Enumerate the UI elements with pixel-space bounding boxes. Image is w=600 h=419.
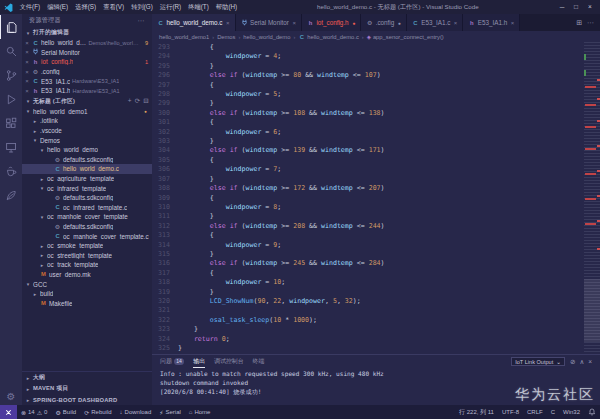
modified-dot-icon[interactable]: ●	[398, 20, 401, 26]
tree-item[interactable]: ▸oc_track_template	[22, 260, 152, 270]
tree-item[interactable]: ▾hello_world_demo	[22, 145, 152, 155]
menu-item[interactable]: 选择(S)	[72, 0, 100, 14]
tree-item[interactable]: ▸.iotlink	[22, 116, 152, 126]
tree-item[interactable]: Coc_manhole_cover_template.c	[22, 231, 152, 241]
close-icon[interactable]: ×	[24, 88, 30, 94]
editor-tab[interactable]: hiot_config.h●	[302, 14, 361, 31]
workspace-header[interactable]: ▾ 无标题 (工作区) +⟳⊟	[22, 96, 152, 107]
breadcrumb-item[interactable]: hello_world_demo	[243, 34, 290, 40]
menu-item[interactable]: 文件(F)	[16, 0, 44, 14]
close-icon[interactable]: ×	[24, 59, 30, 65]
remote-explorer-icon[interactable]	[0, 135, 22, 159]
close-icon[interactable]: ×	[24, 78, 30, 84]
minimize-icon[interactable]: ─	[555, 0, 569, 14]
maximize-icon[interactable]: □	[569, 0, 583, 14]
editor-tab[interactable]: ⚙.config●	[361, 14, 407, 31]
panel-tab[interactable]: 调试控制台	[214, 355, 243, 368]
minimap[interactable]	[584, 42, 600, 354]
panel-tab[interactable]: 输出	[193, 355, 205, 368]
tree-item[interactable]: ⚙defaults.sdkconfig	[22, 193, 152, 203]
statusbar-rebuild-button[interactable]: ⟳Rebuild	[80, 409, 115, 416]
open-editor-item[interactable]: ×Serial Monitor	[22, 48, 152, 58]
new-file-icon[interactable]: +	[128, 97, 132, 105]
breadcrumb-item[interactable]: Demos	[217, 34, 235, 40]
search-icon[interactable]	[0, 39, 22, 63]
maximize-panel-icon[interactable]: ∧	[579, 358, 584, 366]
tree-item[interactable]: Muser_demo.mk	[22, 270, 152, 280]
statusbar-build-button[interactable]: ⚙Build	[51, 409, 80, 416]
menu-item[interactable]: 帮助(H)	[212, 0, 240, 14]
tree-item[interactable]: ▾hello_world_demo1●	[22, 107, 152, 117]
refresh-icon[interactable]: ⟳	[135, 97, 141, 105]
split-editor-icon[interactable]: ⊞	[576, 19, 582, 27]
tree-item[interactable]: ▸oc_streetlight_template	[22, 250, 152, 260]
sidebar-section-maven-[interactable]: ▸MAVEN 项目	[22, 383, 152, 394]
java-projects-icon[interactable]	[0, 159, 22, 183]
menu-item[interactable]: 运行(R)	[156, 0, 184, 14]
close-icon[interactable]: ×	[24, 49, 30, 55]
encoding[interactable]: UTF-8	[498, 409, 523, 415]
eol-sequence[interactable]: CRLF	[523, 409, 547, 415]
open-editor-item[interactable]: ×CE53_IA1.cHardware\E53_IA1	[22, 76, 152, 86]
tree-item[interactable]: ▾Demos	[22, 135, 152, 145]
run-debug-icon[interactable]	[0, 87, 22, 111]
output-channel-select[interactable]: IoT Link Output ⌄	[511, 357, 565, 366]
tree-item[interactable]: ▸.vscode	[22, 126, 152, 136]
tree-item[interactable]: ▾GCC	[22, 279, 152, 289]
tree-item[interactable]: ⚙defaults.sdkconfig	[22, 222, 152, 232]
editor-tab[interactable]: Chello_world_demo.c×	[152, 14, 236, 31]
panel-tab[interactable]: 问题14	[160, 355, 184, 368]
editor-tab[interactable]: CE53_IA1.c×	[407, 14, 464, 31]
sidebar-section-spring-boot-dashboard[interactable]: ▸SPRING-BOOT DASHBOARD	[22, 394, 152, 405]
code-editor[interactable]: 293 {294 windpower = 4;295 }296 else if …	[152, 42, 584, 354]
close-icon[interactable]: ×	[292, 20, 296, 26]
tree-item[interactable]: Chello_world_demo.c	[22, 164, 152, 174]
source-control-icon[interactable]	[0, 63, 22, 87]
tree-item[interactable]: ▾oc_manhole_cover_template	[22, 212, 152, 222]
tree-item[interactable]: ▸build	[22, 289, 152, 299]
open-editors-header[interactable]: ▾ 打开的编辑器	[22, 27, 152, 38]
problems-status[interactable]: ⊗14⚠0	[17, 409, 51, 416]
breadcrumb-item[interactable]: ◈app_senor_connect_entry()	[367, 34, 444, 40]
more-actions-icon[interactable]: ⋯	[138, 17, 145, 25]
notifications-bell-icon[interactable]	[584, 408, 600, 416]
close-icon[interactable]: ×	[24, 69, 30, 75]
platform[interactable]: Win32	[559, 409, 584, 415]
remote-indicator[interactable]	[0, 405, 17, 419]
open-editor-item[interactable]: ×hE53_IA1.hHardware\E53_IA1	[22, 86, 152, 96]
statusbar-home-button[interactable]: ⌂Home	[185, 409, 215, 415]
breadcrumb-item[interactable]: hello_world_demo1	[159, 34, 209, 40]
tree-item[interactable]: ▸oc_agriculture_template	[22, 174, 152, 184]
menu-item[interactable]: 查看(V)	[100, 0, 128, 14]
open-editor-item[interactable]: ×hiot_config.h1	[22, 57, 152, 67]
editor-tab[interactable]: Serial Monitor×	[236, 14, 302, 31]
open-editor-item[interactable]: ×⚙.config	[22, 67, 152, 77]
sidebar-section--[interactable]: ▸大纲	[22, 372, 152, 383]
spring-boot-icon[interactable]	[0, 183, 22, 207]
settings-gear-icon[interactable]: ⚙	[0, 391, 22, 402]
modified-dot-icon[interactable]: ●	[352, 20, 355, 26]
editor-tab[interactable]: hE53_IA1.h×	[463, 14, 520, 31]
tree-item[interactable]: Coc_infrared_template.c	[22, 203, 152, 213]
panel-tab[interactable]: 终端	[253, 355, 265, 368]
menu-item[interactable]: 编辑(E)	[44, 0, 72, 14]
close-icon[interactable]: ×	[24, 40, 30, 46]
statusbar-serial-button[interactable]: ⚡Serial	[155, 409, 185, 416]
tree-item[interactable]: ⚙defaults.sdkconfig	[22, 155, 152, 165]
close-icon[interactable]: ×	[454, 20, 458, 26]
open-editor-item[interactable]: ×Chello_world_demo.cDemos\hello_world_de…	[22, 38, 152, 48]
tree-item[interactable]: ▾oc_infrared_template	[22, 183, 152, 193]
tree-item[interactable]: MMakefile	[22, 298, 152, 308]
close-icon[interactable]: ×	[226, 20, 230, 26]
more-actions-icon[interactable]: ⋯	[587, 19, 594, 27]
close-icon[interactable]: ×	[583, 0, 597, 14]
breadcrumb-item[interactable]: Chello_world_demo.c	[298, 34, 359, 40]
cursor-position[interactable]: 行 222, 列 11	[455, 408, 498, 417]
menu-item[interactable]: 终端(T)	[185, 0, 213, 14]
clear-output-icon[interactable]: ⊘	[570, 358, 575, 366]
statusbar-download-button[interactable]: ↓Download	[116, 409, 156, 415]
explorer-icon[interactable]	[0, 15, 22, 39]
tree-item[interactable]: ▸oc_smoke_template	[22, 241, 152, 251]
close-icon[interactable]: ×	[511, 20, 515, 26]
menu-item[interactable]: 转到(G)	[128, 0, 157, 14]
